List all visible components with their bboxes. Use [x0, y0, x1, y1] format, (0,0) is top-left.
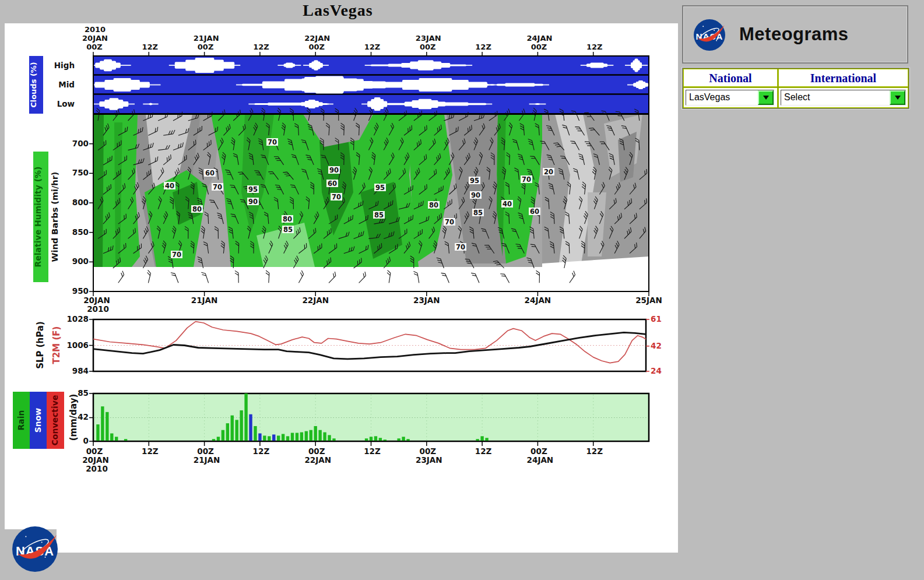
svg-text:40: 40: [503, 200, 512, 208]
svg-text:90: 90: [248, 198, 258, 206]
svg-text:12Z: 12Z: [364, 447, 381, 456]
svg-text:23JAN: 23JAN: [416, 34, 441, 43]
svg-text:12Z: 12Z: [253, 43, 269, 51]
svg-text:23JAN: 23JAN: [416, 455, 442, 465]
svg-text:12Z: 12Z: [142, 43, 159, 51]
svg-text:12Z: 12Z: [586, 43, 603, 51]
svg-text:SLP (hPa): SLP (hPa): [35, 321, 45, 369]
svg-text:70: 70: [172, 251, 181, 259]
svg-text:70: 70: [213, 183, 222, 191]
svg-text:24JAN: 24JAN: [526, 34, 552, 43]
svg-text:12Z: 12Z: [586, 447, 603, 456]
svg-text:95: 95: [248, 185, 258, 194]
svg-text:Rain: Rain: [16, 410, 26, 431]
svg-text:800: 800: [72, 198, 89, 207]
nasa-logo-icon: NASA: [693, 15, 730, 54]
svg-text:70: 70: [445, 218, 454, 226]
svg-text:00Z: 00Z: [420, 43, 436, 51]
svg-text:60: 60: [530, 208, 539, 216]
svg-text:90: 90: [471, 191, 480, 199]
region-selector-table: National International LasVegas Select: [682, 68, 909, 109]
svg-text:70: 70: [268, 138, 277, 146]
svg-text:00Z: 00Z: [197, 447, 214, 456]
svg-text:Snow: Snow: [33, 408, 43, 433]
dropdown-arrow-icon[interactable]: [890, 90, 905, 105]
svg-text:90: 90: [329, 166, 339, 174]
svg-text:21JAN: 21JAN: [194, 34, 219, 43]
svg-text:70: 70: [332, 193, 341, 201]
svg-text:T2M (F): T2M (F): [51, 326, 62, 364]
humidity-panel: 7007508008509009507060407095908080857090…: [33, 108, 662, 314]
down-triangle-icon: [763, 96, 769, 100]
dropdown-arrow-icon[interactable]: [758, 90, 774, 105]
svg-text:00Z: 00Z: [420, 447, 437, 456]
national-column-header: National: [684, 69, 777, 86]
svg-text:42: 42: [651, 341, 662, 350]
svg-text:12Z: 12Z: [253, 447, 270, 456]
svg-text:1028: 1028: [66, 314, 89, 324]
svg-text:60: 60: [205, 169, 215, 177]
svg-text:Mid: Mid: [58, 80, 75, 89]
svg-text:42: 42: [78, 412, 89, 421]
header-box: NASA Meteograms: [682, 5, 908, 64]
svg-text:750: 750: [72, 168, 89, 177]
svg-text:00Z: 00Z: [308, 43, 325, 51]
svg-text:85: 85: [283, 226, 293, 234]
svg-text:12Z: 12Z: [475, 447, 492, 456]
svg-text:24JAN: 24JAN: [525, 296, 551, 305]
svg-text:70: 70: [456, 243, 465, 251]
svg-text:61: 61: [651, 314, 662, 324]
svg-text:20: 20: [544, 168, 553, 176]
svg-text:950: 950: [72, 286, 89, 296]
svg-text:85: 85: [374, 211, 384, 219]
meteogram-panel: 201020JAN00Z12Z21JAN00Z12Z22JAN00Z12Z23J…: [5, 23, 678, 529]
svg-text:850: 850: [72, 227, 89, 237]
down-triangle-icon: [895, 96, 901, 100]
svg-text:95: 95: [470, 177, 479, 185]
svg-text:60: 60: [328, 180, 337, 188]
time-axis: 201020JAN00Z12Z21JAN00Z12Z22JAN00Z12Z23J…: [82, 25, 602, 56]
svg-text:2010: 2010: [85, 25, 106, 34]
svg-text:23JAN: 23JAN: [413, 296, 440, 305]
svg-text:25JAN: 25JAN: [635, 296, 662, 305]
svg-text:80: 80: [192, 205, 202, 213]
international-cell: Select: [779, 88, 908, 107]
svg-text:High: High: [54, 61, 75, 70]
svg-text:00Z: 00Z: [531, 43, 547, 51]
svg-text:00Z: 00Z: [308, 447, 325, 456]
svg-text:20JAN: 20JAN: [82, 455, 109, 465]
svg-text:Convective: Convective: [50, 395, 59, 446]
nasa-logo-footer: NASA: [10, 521, 63, 575]
svg-text:00Z: 00Z: [86, 447, 103, 456]
svg-text:80: 80: [429, 201, 438, 209]
brand-title: Meteograms: [739, 24, 849, 45]
slp-t2m-panel: 10281006984614224SLP (hPa)T2M (F): [35, 314, 662, 375]
svg-text:20JAN: 20JAN: [83, 296, 110, 305]
international-select[interactable]: Select: [781, 90, 906, 106]
meteogram-chart: 201020JAN00Z12Z21JAN00Z12Z22JAN00Z12Z23J…: [5, 23, 678, 529]
svg-text:85: 85: [473, 209, 483, 217]
svg-text:2010: 2010: [86, 464, 108, 473]
svg-text:00Z: 00Z: [198, 43, 214, 51]
svg-text:(mm/day): (mm/day): [68, 394, 79, 441]
precip-panel: 8542000Z20JAN201012Z00Z21JAN12Z00Z22JAN1…: [13, 388, 649, 473]
svg-text:40: 40: [165, 182, 174, 190]
svg-text:Clouds (%): Clouds (%): [29, 62, 38, 108]
national-select-value: LasVegas: [686, 90, 758, 105]
svg-text:12Z: 12Z: [364, 43, 381, 51]
national-cell: LasVegas: [684, 88, 777, 107]
svg-text:22JAN: 22JAN: [304, 34, 330, 43]
svg-text:984: 984: [72, 366, 89, 375]
national-select[interactable]: LasVegas: [686, 90, 774, 106]
svg-text:Low: Low: [57, 99, 75, 108]
page-title: LasVegas: [5, 1, 671, 20]
svg-text:70: 70: [522, 175, 531, 184]
svg-text:0: 0: [83, 436, 89, 445]
svg-text:700: 700: [72, 139, 89, 148]
svg-text:00Z: 00Z: [86, 43, 103, 51]
svg-text:00Z: 00Z: [530, 447, 547, 456]
svg-text:20JAN: 20JAN: [82, 34, 108, 43]
svg-text:24: 24: [651, 366, 662, 375]
svg-text:21JAN: 21JAN: [194, 455, 220, 465]
international-select-value: Select: [781, 90, 890, 105]
